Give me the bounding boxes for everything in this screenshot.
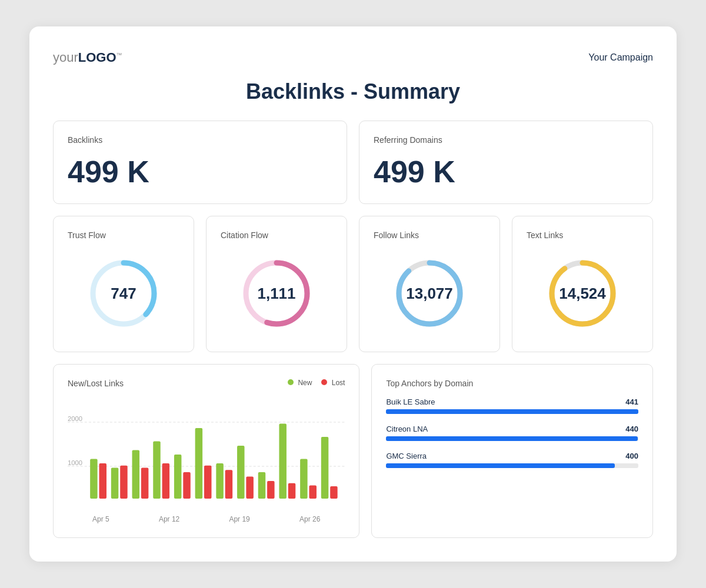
new-label: New — [298, 379, 312, 387]
x-label-apr5: Apr 5 — [92, 515, 109, 523]
page-title: Backlinks - Summary — [53, 79, 653, 104]
anchors-card: Top Anchors by Domain Buik LE Sabre 441 … — [371, 364, 653, 538]
citation_flow-circle-container: 1,111 — [221, 249, 332, 338]
trust_flow-circle-container: 747 — [68, 249, 179, 338]
svg-rect-13 — [99, 463, 106, 499]
logo-tm: ™ — [116, 52, 122, 58]
logo-bold: LOGO — [78, 50, 116, 65]
svg-rect-28 — [258, 472, 265, 499]
trust_flow-label: Trust Flow — [68, 230, 179, 240]
follow_links-circle-wrap: 13,077 — [391, 255, 468, 332]
logo: yourLOGO™ — [53, 50, 122, 65]
citation_flow-card: Citation Flow 1,111 — [206, 216, 347, 352]
chart-area: 2000 1000 — [68, 405, 345, 510]
svg-rect-26 — [237, 446, 244, 499]
citation_flow-value: 1,111 — [257, 285, 295, 303]
text_links-value: 14,524 — [559, 285, 606, 303]
svg-rect-19 — [162, 463, 169, 499]
backlinks-label: Backlinks — [68, 135, 332, 145]
chart-x-labels: Apr 5 Apr 12 Apr 19 Apr 26 — [68, 515, 345, 523]
anchor-label-0: Buik LE Sabre — [386, 397, 435, 406]
anchor-bar-bg-0 — [386, 409, 638, 414]
svg-rect-16 — [132, 450, 139, 499]
x-label-apr12: Apr 12 — [159, 515, 179, 523]
anchor-bar-fill-0 — [386, 409, 638, 414]
anchor-bar-fill-2 — [386, 463, 615, 468]
anchor-row-0: Buik LE Sabre 441 — [386, 397, 638, 414]
anchor-bar-bg-2 — [386, 463, 638, 468]
anchor-value-1: 440 — [625, 425, 638, 433]
referring-domains-card: Referring Domains 499 K — [359, 121, 653, 204]
bar-chart: 2000 1000 — [68, 405, 345, 510]
svg-rect-23 — [204, 466, 211, 499]
metrics-row2: Trust Flow 747 Citation Flow 1,111 Follo… — [53, 216, 653, 352]
svg-rect-25 — [225, 470, 232, 499]
svg-rect-29 — [267, 481, 274, 499]
anchors-title: Top Anchors by Domain — [386, 379, 638, 388]
trust_flow-value: 747 — [111, 285, 136, 303]
chart-title: New/Lost Links — [68, 379, 124, 388]
report-container: yourLOGO™ Your Campaign Backlinks - Summ… — [29, 26, 677, 562]
follow_links-value: 13,077 — [406, 285, 453, 303]
svg-rect-17 — [141, 468, 148, 499]
lost-label: Lost — [332, 379, 345, 387]
follow_links-label: Follow Links — [374, 230, 485, 240]
svg-rect-27 — [246, 477, 253, 499]
svg-rect-18 — [153, 442, 160, 499]
svg-text:1000: 1000 — [68, 459, 82, 466]
text_links-label: Text Links — [527, 230, 638, 240]
new-legend: New — [288, 379, 312, 387]
anchor-label-2: GMC Sierra — [386, 452, 427, 460]
anchor-top-2: GMC Sierra 400 — [386, 452, 638, 460]
logo-prefix: your — [53, 50, 78, 65]
follow_links-card: Follow Links 13,077 — [359, 216, 500, 352]
svg-text:2000: 2000 — [68, 415, 82, 422]
text_links-card: Text Links 14,524 — [512, 216, 653, 352]
svg-rect-31 — [288, 483, 295, 499]
anchor-row-2: GMC Sierra 400 — [386, 452, 638, 468]
backlinks-card: Backlinks 499 K — [53, 121, 347, 204]
lost-legend: Lost — [321, 379, 345, 387]
svg-rect-32 — [300, 459, 307, 499]
referring-domains-value: 499 K — [374, 154, 638, 189]
anchor-bar-fill-1 — [386, 436, 638, 441]
svg-rect-15 — [120, 466, 127, 499]
text_links-circle-container: 14,524 — [527, 249, 638, 338]
chart-card: New/Lost Links New Lost — [53, 364, 359, 538]
anchor-bar-bg-1 — [386, 436, 638, 441]
anchor-top-0: Buik LE Sabre 441 — [386, 397, 638, 406]
x-label-apr26: Apr 26 — [299, 515, 320, 523]
new-dot — [288, 379, 294, 385]
anchor-label-1: Citreon LNA — [386, 425, 428, 433]
citation_flow-label: Citation Flow — [221, 230, 332, 240]
backlinks-value: 499 K — [68, 154, 332, 189]
svg-rect-24 — [216, 463, 223, 499]
svg-rect-12 — [90, 459, 97, 499]
referring-domains-label: Referring Domains — [374, 135, 638, 145]
citation_flow-circle-wrap: 1,111 — [238, 255, 315, 332]
text_links-circle-wrap: 14,524 — [544, 255, 621, 332]
svg-rect-30 — [279, 424, 286, 499]
trust_flow-circle-wrap: 747 — [85, 255, 162, 332]
chart-header: New/Lost Links New Lost — [68, 379, 345, 397]
follow_links-circle-container: 13,077 — [374, 249, 485, 338]
metrics-row1: Backlinks 499 K Referring Domains 499 K — [53, 121, 653, 204]
svg-rect-35 — [330, 486, 337, 499]
svg-rect-33 — [309, 486, 316, 499]
svg-rect-22 — [195, 428, 202, 499]
anchor-row-1: Citreon LNA 440 — [386, 425, 638, 441]
anchors-list: Buik LE Sabre 441 Citreon LNA 440 GMC Si… — [386, 397, 638, 468]
trust_flow-card: Trust Flow 747 — [53, 216, 194, 352]
svg-rect-20 — [174, 455, 181, 499]
bottom-row: New/Lost Links New Lost — [53, 364, 653, 538]
svg-rect-14 — [111, 468, 118, 499]
lost-dot — [321, 379, 327, 385]
svg-rect-34 — [321, 437, 328, 499]
anchor-value-0: 441 — [625, 397, 638, 406]
campaign-label: Your Campaign — [588, 52, 653, 63]
header: yourLOGO™ Your Campaign — [53, 50, 653, 65]
anchor-top-1: Citreon LNA 440 — [386, 425, 638, 433]
x-label-apr19: Apr 19 — [229, 515, 249, 523]
svg-rect-21 — [183, 472, 190, 499]
chart-legend: New Lost — [288, 379, 345, 387]
